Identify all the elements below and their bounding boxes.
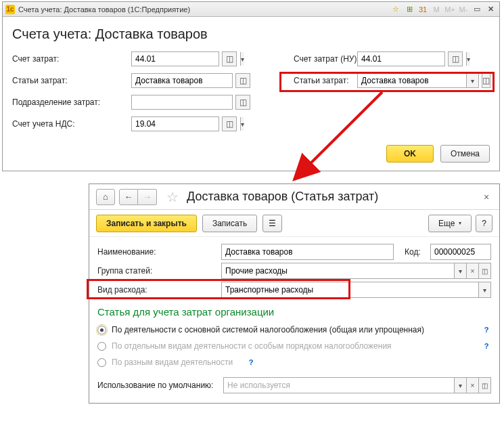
open-ref-icon[interactable]: ◫ [222,116,237,131]
chevron-down-icon[interactable]: ▾ [478,282,490,297]
help-icon[interactable]: ? [482,341,491,351]
cost-account-nu-combo[interactable]: ▾ [357,51,445,66]
chevron-down-icon[interactable]: ▾ [240,52,244,66]
clear-icon[interactable]: × [466,263,478,278]
calendar-icon[interactable]: 31 [417,4,429,15]
app-icon: 1c [5,5,15,14]
help-button[interactable]: ? [476,215,492,232]
chevron-down-icon[interactable]: ▾ [454,263,466,278]
cost-items-nu-label: Статьи затрат: [294,76,357,85]
save-close-button[interactable]: Записать и закрыть [96,215,197,232]
back-button[interactable]: ← [119,189,138,205]
open-ref-icon[interactable]: ◫ [235,73,250,88]
radio-special-tax[interactable] [97,342,106,351]
radio-mixed[interactable] [97,358,106,367]
code-input[interactable] [430,244,491,260]
group-input[interactable] [222,263,454,278]
radio-main-tax-label: По деятельности с основной системой нало… [112,325,424,334]
more-button[interactable]: Еще ▾ [428,215,472,232]
forward-button[interactable]: → [138,189,157,205]
list-icon[interactable]: ☰ [262,215,282,232]
minimize-icon[interactable]: ▭ [471,4,483,15]
chevron-down-icon[interactable]: ▾ [466,52,470,66]
chevron-down-icon[interactable]: ▾ [466,74,478,87]
more-label: Еще [438,219,455,228]
favorite-icon[interactable]: ☆ [390,4,402,15]
vat-account-label: Счет учета НДС: [12,119,131,129]
memory-mplus-button[interactable]: M+ [444,4,456,15]
save-button[interactable]: Записать [202,215,257,232]
toolbar: Записать и закрыть Записать ☰ Еще ▾ ? [89,210,499,237]
open-ref-icon[interactable]: ◫ [448,51,463,66]
subdivision-input[interactable] [132,95,240,109]
chevron-down-icon[interactable]: ▾ [240,117,244,131]
group-combo[interactable]: ▾ × ◫ [221,263,491,279]
subdivision-combo[interactable]: ▾ [131,95,233,110]
memory-mminus-button[interactable]: M- [457,4,469,15]
open-ref-icon[interactable]: ◫ [482,73,490,88]
cost-items-input[interactable] [132,74,240,87]
radio-special-tax-label: По отдельным видам деятельности с особым… [112,341,392,351]
vat-account-combo[interactable]: ▾ [131,116,219,131]
open-ref-icon[interactable]: ◫ [478,263,490,278]
star-icon[interactable]: ☆ [166,189,179,205]
section-title: Статья для учета затрат организации [97,306,491,318]
clear-icon[interactable]: × [466,378,478,393]
ok-button[interactable]: OK [386,145,434,163]
help-icon[interactable]: ? [482,325,491,334]
expense-type-input[interactable] [222,282,478,297]
home-button[interactable]: ⌂ [96,189,115,205]
group-label: Группа статей: [97,266,216,276]
subdivision-label: Подразделение затрат: [12,98,131,107]
cost-items-label: Статьи затрат: [12,76,131,85]
radio-mixed-label: По разным видам деятельности [112,358,233,367]
memory-m-button[interactable]: M [430,4,442,15]
page-title: Счета учета: Доставка товаров [12,26,490,42]
cost-items-nu-combo[interactable]: ▾ [357,73,479,88]
expense-type-combo[interactable]: ▾ [221,282,491,298]
usage-combo[interactable]: ▾ × ◫ [223,377,491,393]
name-input[interactable] [221,244,394,260]
usage-input[interactable] [224,378,454,393]
radio-main-tax[interactable] [97,326,106,334]
cost-item-dialog: ⌂ ← → ☆ Доставка товаров (Статья затрат)… [89,183,500,404]
chevron-down-icon[interactable]: ▾ [454,378,466,393]
name-label: Наименование: [97,247,216,257]
titlebar: 1c Счета учета: Доставка товаров (1С:Пре… [3,2,499,17]
cost-account-combo[interactable]: ▾ [131,51,219,66]
cost-account-nu-label: Счет затрат (НУ): [294,54,357,64]
cost-items-nu-input[interactable] [358,74,466,87]
open-ref-icon[interactable]: ◫ [478,378,490,393]
open-ref-icon[interactable]: ◫ [222,51,237,66]
calculator-icon[interactable]: ⊞ [403,4,415,15]
open-ref-icon[interactable]: ◫ [235,95,250,110]
close-icon[interactable]: ✕ [484,4,497,15]
help-icon[interactable]: ? [246,358,256,367]
window-title: Счета учета: Доставка товаров (1С:Предпр… [18,5,190,14]
dialog-title: Доставка товаров (Статья затрат) [187,190,378,204]
accounts-dialog: 1c Счета учета: Доставка товаров (1С:Пре… [2,1,500,171]
expense-type-label: Вид расхода: [97,285,216,295]
cost-items-combo[interactable]: ▾ [131,73,233,88]
cancel-button[interactable]: Отмена [440,145,490,163]
navbar: ⌂ ← → ☆ Доставка товаров (Статья затрат)… [89,184,499,210]
cost-account-label: Счет затрат: [12,54,131,64]
chevron-down-icon: ▾ [459,220,461,226]
code-label: Код: [405,247,425,257]
close-icon[interactable]: × [480,191,492,203]
usage-label: Использование по умолчанию: [97,381,218,390]
